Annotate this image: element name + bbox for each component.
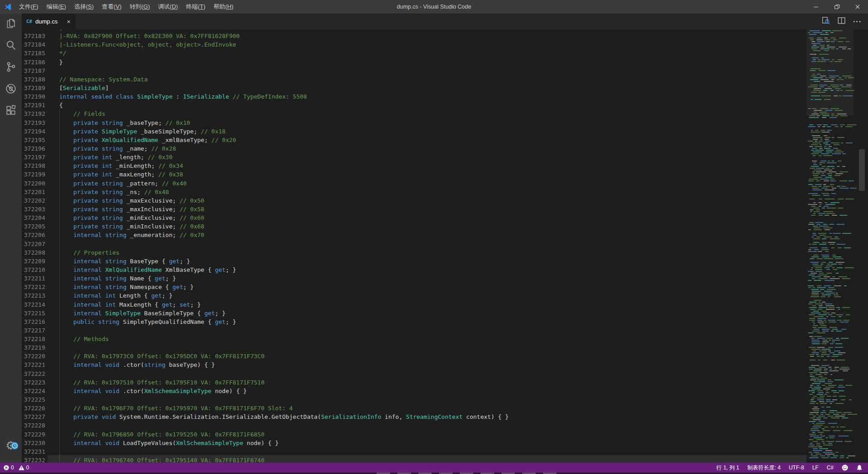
minimap-slider[interactable] xyxy=(807,29,854,115)
menu-文件F[interactable]: 文件(F) xyxy=(15,0,42,14)
code-line: 372229 // RVA: 0x1796850 Offset: 0x17952… xyxy=(22,430,509,439)
line-number: 372197 xyxy=(22,153,45,161)
status-cursor-position[interactable]: 行 1, 列 1 xyxy=(717,464,740,472)
menu-编辑E[interactable]: 编辑(E) xyxy=(42,0,70,14)
code-line: 372186} xyxy=(22,58,509,66)
activity-item-search[interactable] xyxy=(0,35,22,57)
status-encoding[interactable]: UTF-8 xyxy=(789,465,804,471)
code-line: 372224 internal void .ctor(XmlSchemaSimp… xyxy=(22,387,509,395)
line-number: 372184 xyxy=(22,40,45,49)
activity-item-extensions[interactable] xyxy=(0,100,22,122)
close-icon xyxy=(854,4,861,10)
notifications-bell-icon[interactable] xyxy=(856,465,863,471)
activity-item-debug[interactable] xyxy=(0,79,22,100)
code-line: 372194 private SimpleType _baseSimpleTyp… xyxy=(22,127,509,136)
code-line: 372188// Namespace: System.Data xyxy=(22,75,509,84)
menu-帮助H[interactable]: 帮助(H) xyxy=(209,0,237,14)
line-number: 372190 xyxy=(22,92,45,101)
code-line: 372228 xyxy=(22,421,509,430)
debug-icon xyxy=(5,83,17,96)
line-number: 372225 xyxy=(22,395,45,404)
line-number: 372196 xyxy=(22,144,45,153)
line-number: 372186 xyxy=(22,58,45,66)
line-number: 372202 xyxy=(22,196,45,205)
line-number: 372209 xyxy=(22,257,45,265)
line-number: 372204 xyxy=(22,213,45,222)
activity-bar: ⚙ xyxy=(0,14,22,463)
vertical-scrollbar-thumb[interactable] xyxy=(859,149,865,191)
window-title: dump.cs - Visual Studio Code xyxy=(397,4,471,10)
open-preview-icon[interactable] xyxy=(821,16,830,27)
menu-调试D[interactable]: 调试(D) xyxy=(154,0,182,14)
line-number: 372188 xyxy=(22,75,45,84)
close-window-button[interactable] xyxy=(847,0,868,14)
code-line: 372185*/ xyxy=(22,49,509,57)
code-line: 372210 internal XmlQualifiedName XmlBase… xyxy=(22,265,509,274)
code-line: 372198 private int _minLength; // 0x34 xyxy=(22,161,509,170)
line-number: 372220 xyxy=(22,352,45,360)
line-number: 372199 xyxy=(22,170,45,179)
restore-icon xyxy=(834,4,840,10)
code-line: 372230 internal void LoadTypeValues(XmlS… xyxy=(22,439,509,447)
line-number: 372207 xyxy=(22,240,45,248)
menu-选择S[interactable]: 选择(S) xyxy=(70,0,98,14)
split-editor-icon[interactable] xyxy=(837,16,846,27)
vscode-window: 文件(F)编辑(E)选择(S)查看(V)转到(G)调试(D)终端(T)帮助(H)… xyxy=(0,0,868,474)
line-number: 372224 xyxy=(22,387,45,395)
status-tab-size[interactable]: 制表符长度: 4 xyxy=(747,464,780,472)
line-number: 372189 xyxy=(22,84,45,92)
line-number: 372228 xyxy=(22,421,45,430)
line-number: 372205 xyxy=(22,222,45,231)
code-line: 372221 internal void .ctor(string baseTy… xyxy=(22,360,509,369)
problems-summary[interactable]: 0 0 xyxy=(0,465,29,471)
minimize-button[interactable] xyxy=(806,0,826,14)
indent-guide xyxy=(59,109,60,463)
errors-item[interactable]: 0 xyxy=(4,465,14,471)
line-number: 372210 xyxy=(22,265,45,274)
manage-button[interactable]: ⚙ xyxy=(0,435,22,456)
menu-终端T[interactable]: 终端(T) xyxy=(182,0,210,14)
minimap[interactable] xyxy=(807,29,854,463)
more-actions-icon[interactable]: ··· xyxy=(853,18,862,26)
menu-转到G[interactable]: 转到(G) xyxy=(126,0,154,14)
horizontal-scrollbar[interactable] xyxy=(47,455,807,463)
line-number: 372198 xyxy=(22,161,45,170)
csharp-file-icon: C# xyxy=(26,19,32,24)
line-number: 372208 xyxy=(22,248,45,257)
code-line: 372197 private int _length; // 0x30 xyxy=(22,153,509,161)
update-clock-badge xyxy=(11,442,19,451)
activity-item-source-control[interactable] xyxy=(0,57,22,79)
tab-dump-cs[interactable]: C# dump.cs × xyxy=(22,14,75,29)
line-number: 372222 xyxy=(22,370,45,378)
code-line: 372213 internal int Length { get; } xyxy=(22,291,509,300)
line-number: 372211 xyxy=(22,274,45,283)
code-line: 372203 private string _maxInclusive; // … xyxy=(22,205,509,213)
code-line: 372227 private void System.Runtime.Seria… xyxy=(22,412,509,421)
status-bar: 0 0 行 1, 列 1制表符长度: 4UTF-8LFC# xyxy=(0,463,868,473)
line-number: 372216 xyxy=(22,318,45,326)
code-line: 372190internal sealed class SimpleType :… xyxy=(22,92,509,101)
feedback-smiley-icon[interactable] xyxy=(842,465,848,471)
tab-bar: C# dump.cs × ··· xyxy=(22,14,868,29)
explorer-icon xyxy=(5,18,17,31)
tab-close-icon[interactable]: × xyxy=(67,19,71,25)
code-line: 372206 internal string _enumeration; // … xyxy=(22,231,509,239)
code-line: 372225 xyxy=(22,395,509,404)
code-line: 372212 internal string Namespace { get; … xyxy=(22,283,509,291)
activity-item-explorer[interactable] xyxy=(0,14,22,35)
status-language-mode[interactable]: C# xyxy=(827,465,834,471)
code-line: 372196 private string _name; // 0x28 xyxy=(22,144,509,153)
code-editor[interactable]: 372182|372183|-RVA: 0x82F900 Offset: 0x8… xyxy=(22,29,868,463)
warnings-item[interactable]: 0 xyxy=(19,465,29,471)
status-eol[interactable]: LF xyxy=(812,465,819,471)
line-number: 372192 xyxy=(22,109,45,118)
code-line: 372220 // RVA: 0x17973C0 Offset: 0x1795D… xyxy=(22,352,509,360)
code-line: 372199 private int _maxLength; // 0x38 xyxy=(22,170,509,179)
line-number: 372206 xyxy=(22,231,45,239)
code-line: 372208 // Properties xyxy=(22,248,509,257)
menu-查看V[interactable]: 查看(V) xyxy=(98,0,125,14)
code-line: 372205 private string _minInclusive; // … xyxy=(22,222,509,231)
restore-button[interactable] xyxy=(826,0,847,14)
code-line: 372187 xyxy=(22,66,509,75)
code-line: 372215 internal SimpleType BaseSimpleTyp… xyxy=(22,309,509,318)
